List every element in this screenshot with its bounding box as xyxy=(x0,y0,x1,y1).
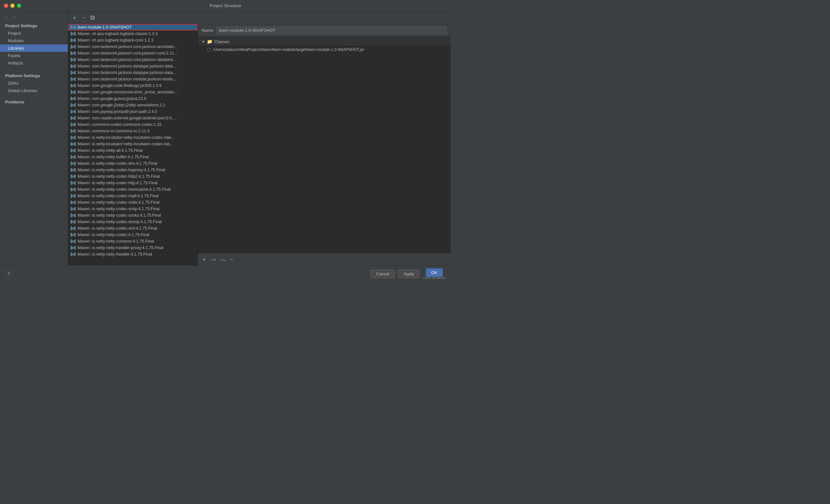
classes-title: Classes xyxy=(214,39,229,44)
expand-triangle-icon[interactable]: ▼ xyxy=(202,40,205,43)
sidebar-item-artifacts[interactable]: Artifacts xyxy=(0,59,68,67)
sidebar-item-modules[interactable]: Modules xyxy=(0,37,68,44)
list-item[interactable]: Maven: io.netty:netty-codec-memcache:4.1… xyxy=(68,186,197,193)
list-item[interactable]: Maven: io.netty:netty-codec-dns:4.1.75.F… xyxy=(68,160,197,167)
list-item[interactable]: Maven: com.fasterxml.jackson.datatype:ja… xyxy=(68,69,197,76)
library-icon xyxy=(71,77,75,81)
list-item[interactable]: Maven: io.netty:netty-codec-smtp:4.1.75.… xyxy=(68,206,197,212)
library-icon xyxy=(71,246,75,250)
forward-button[interactable]: → xyxy=(11,13,18,21)
list-item[interactable]: Maven: com.fasterxml.jackson.core:jackso… xyxy=(68,50,197,57)
list-item[interactable]: Maven: io.netty:netty-codec-socks:4.1.75… xyxy=(68,212,197,219)
detail-toolbar: + +↗ +↘ − xyxy=(198,253,451,265)
back-button[interactable]: ← xyxy=(3,13,9,21)
list-item[interactable]: Maven: ch.qos.logback:logback-classic:1.… xyxy=(68,30,197,37)
list-item[interactable]: Maven: com.google.errorprone:error_prone… xyxy=(68,89,197,95)
ok-subtitle: CSDN @Saleson xyxy=(423,276,445,280)
right-top-area: learn-module-1.0-SNAPSHOT Maven: ch.qos.… xyxy=(68,24,451,265)
maximize-button[interactable] xyxy=(17,4,21,8)
classes-header: ▼ 📁 Classes xyxy=(198,37,451,46)
list-item[interactable]: Maven: io.netty:netty-codec-http2:4.1.75… xyxy=(68,173,197,180)
library-icon xyxy=(71,226,75,230)
library-icon xyxy=(71,142,75,146)
detail-panel: Name: ▼ 📁 Classes ◯ /Users/saleson/IdeaP… xyxy=(198,24,451,265)
name-input[interactable] xyxy=(217,27,447,34)
list-item[interactable]: Maven: com.fasterxml.jackson.datatype:ja… xyxy=(68,63,197,69)
list-item[interactable]: Maven: io.netty:netty-handler-proxy:4.1.… xyxy=(68,245,197,251)
list-item[interactable]: Maven: com.google.j2objc:j2objc-annotati… xyxy=(68,102,197,108)
footer-right: Cancel Apply OK CSDN @Saleson xyxy=(371,268,445,280)
add-spec-button[interactable]: +↗ xyxy=(210,256,217,263)
svg-rect-1 xyxy=(91,16,94,19)
add-class-button[interactable]: + xyxy=(200,256,208,263)
list-item[interactable]: Maven: com.google.guava:guava:23.0 xyxy=(68,95,197,102)
library-icon xyxy=(71,252,75,256)
copy-library-button[interactable] xyxy=(89,14,97,22)
list-item[interactable]: Maven: commons-io:commons-io:2.11.0 xyxy=(68,128,197,134)
list-item[interactable]: Maven: io.netty:netty-codec-mqtt:4.1.75.… xyxy=(68,193,197,199)
library-item-selected[interactable]: learn-module-1.0-SNAPSHOT xyxy=(68,24,197,30)
library-icon xyxy=(71,149,75,152)
library-icon xyxy=(71,213,75,217)
list-item[interactable]: Maven: io.netty:netty-common:4.1.75.Fina… xyxy=(68,238,197,245)
library-icon xyxy=(71,161,75,165)
sidebar-item-problems[interactable]: Problems xyxy=(0,98,68,106)
list-item[interactable]: Maven: io.netty:netty-codec-redis:4.1.75… xyxy=(68,199,197,206)
list-item[interactable]: Maven: io.netty:netty-buffer:4.1.75.Fina… xyxy=(68,154,197,160)
add-more-button[interactable]: +↘ xyxy=(219,256,226,263)
footer: ? Cancel Apply OK CSDN @Saleson xyxy=(0,265,451,282)
library-icon xyxy=(71,84,75,88)
list-item[interactable]: Maven: io.netty.incubator:netty-incubato… xyxy=(68,141,197,147)
add-library-button[interactable]: + xyxy=(71,14,78,22)
footer-left: ? xyxy=(5,271,12,278)
list-item[interactable]: Maven: io.netty:netty-handler:4.1.75.Fin… xyxy=(68,251,197,257)
sidebar: ← → Project Settings Project Modules Lib… xyxy=(0,12,68,265)
title-bar: Project Structure xyxy=(0,0,451,12)
list-item[interactable]: Maven: io.netty:netty-codec:4.1.75.Final xyxy=(68,231,197,238)
sidebar-item-sdks[interactable]: SDKs xyxy=(0,80,68,87)
library-icon xyxy=(71,90,75,94)
list-item[interactable]: Maven: io.netty:netty-codec-xml:4.1.75.F… xyxy=(68,225,197,231)
svg-text:+↗: +↗ xyxy=(211,258,216,262)
sidebar-item-project[interactable]: Project xyxy=(0,30,68,37)
ok-button[interactable]: OK xyxy=(426,268,443,277)
library-icon xyxy=(71,175,75,178)
help-button[interactable]: ? xyxy=(5,271,12,278)
list-item[interactable]: Maven: com.fasterxml.jackson.core:jackso… xyxy=(68,43,197,50)
library-icon xyxy=(71,129,75,133)
sidebar-item-facets[interactable]: Facets xyxy=(0,52,68,59)
list-item[interactable]: Maven: io.netty.incubator:netty-incubato… xyxy=(68,134,197,141)
library-icon xyxy=(71,45,75,49)
list-item[interactable]: Maven: com.vaadin.external.google:androi… xyxy=(68,115,197,121)
library-icon xyxy=(71,103,75,107)
nav-arrows[interactable]: ← → xyxy=(0,12,68,21)
list-item[interactable]: Maven: com.google.code.findbugs:jsr305:1… xyxy=(68,83,197,89)
list-item[interactable]: Maven: com.fasterxml.jackson.module:jack… xyxy=(68,76,197,83)
jar-icon: ◯ xyxy=(207,48,211,52)
close-button[interactable] xyxy=(4,4,8,8)
list-item[interactable]: Maven: ch.qos.logback:logback-core:1.2.3 xyxy=(68,37,197,43)
library-icon xyxy=(71,187,75,191)
class-entry: ◯ /Users/saleson/IdeaProjects/learn/lear… xyxy=(198,46,451,53)
sidebar-item-libraries[interactable]: Libraries xyxy=(0,44,68,52)
list-item[interactable]: Maven: io.netty:netty-all:4.1.75.Final xyxy=(68,147,197,154)
library-icon xyxy=(71,25,75,29)
list-item[interactable]: Maven: io.netty:netty-codec-stomp:4.1.75… xyxy=(68,219,197,225)
list-item[interactable]: Maven: commons-codec:commons-codec:1.15 xyxy=(68,121,197,128)
remove-class-button[interactable]: − xyxy=(228,256,235,263)
cancel-button[interactable]: Cancel xyxy=(371,270,394,278)
folder-icon: 📁 xyxy=(207,39,212,44)
list-item[interactable]: Maven: io.netty:netty-codec-http:4.1.75.… xyxy=(68,180,197,186)
list-item[interactable]: Maven: io.netty:netty-codec-haproxy:4.1.… xyxy=(68,167,197,173)
list-item[interactable]: Maven: com.jayway.jsonpath:json-path:2.4… xyxy=(68,108,197,115)
class-path: /Users/saleson/IdeaProjects/learn/learn-… xyxy=(213,48,364,52)
library-icon xyxy=(71,38,75,42)
remove-library-button[interactable]: − xyxy=(80,14,88,22)
apply-button[interactable]: Apply xyxy=(398,270,420,278)
minimize-button[interactable] xyxy=(10,4,14,8)
window-controls[interactable] xyxy=(4,4,21,8)
list-item[interactable]: Maven: com.fasterxml.jackson.core:jackso… xyxy=(68,57,197,63)
sidebar-item-global-libraries[interactable]: Global Libraries xyxy=(0,87,68,94)
library-icon xyxy=(71,168,75,172)
library-icon xyxy=(71,71,75,74)
